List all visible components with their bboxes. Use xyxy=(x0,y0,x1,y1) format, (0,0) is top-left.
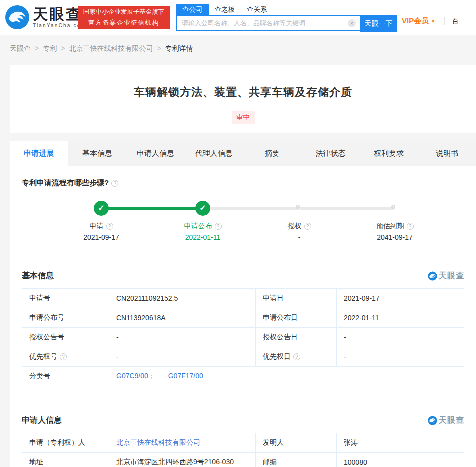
search-button[interactable]: 天眼一下 xyxy=(360,16,397,32)
classification-link[interactable]: G07F17/00 xyxy=(168,372,203,380)
patent-status-badge: 审中 xyxy=(232,111,255,124)
tianyancha-logo-icon xyxy=(5,5,30,30)
applicant-company-link[interactable]: 北京三快在线科技有限公司 xyxy=(116,438,200,446)
table-row: 地址 北京市海淀区北四环西路9号2106-030 邮编 100080 xyxy=(22,453,464,467)
field-label: 授权公告号 xyxy=(22,328,109,348)
watermark-text: 天眼查 xyxy=(439,271,464,282)
tab-legal-status[interactable]: 法律状态 xyxy=(301,142,360,166)
tab-claims[interactable]: 权利要求 xyxy=(360,142,418,166)
field-value: 2022-01-11 xyxy=(337,308,464,328)
chevron-down-icon[interactable]: ▼ xyxy=(431,19,435,24)
field-label: 分类号 xyxy=(22,367,109,386)
field-label: 申请公布日 xyxy=(256,308,337,328)
watermark-text: 天眼查 xyxy=(439,416,464,426)
timeline-step-label: 申请 ? xyxy=(56,222,146,231)
field-label: 发明人 xyxy=(256,434,337,453)
classification-link[interactable]: G07C9/00； xyxy=(116,372,155,380)
search-input[interactable] xyxy=(177,20,348,27)
breadcrumb-patent[interactable]: 专利 xyxy=(43,44,57,54)
field-value: - xyxy=(109,348,256,367)
timeline-segment-done xyxy=(101,207,203,210)
vip-membership-link[interactable]: VIP会员 xyxy=(402,16,429,26)
tab-agent-info[interactable]: 代理人信息 xyxy=(185,142,243,166)
table-row: 授权公告号 - 授权公告日 - xyxy=(22,328,464,348)
breadcrumb: 天眼查 > 专利 > 北京三快在线科技有限公司 > 专利详情 xyxy=(10,44,193,54)
timeline-step-date: 2041-09-17 xyxy=(350,234,440,242)
tianyancha-watermark-icon xyxy=(428,416,437,426)
search-tab-boss[interactable]: 查老板 xyxy=(209,4,241,16)
clear-input-icon[interactable]: × xyxy=(348,20,356,28)
basic-info-section-heading: 基本信息 天眼查 xyxy=(22,271,464,282)
timeline-step-date: - xyxy=(254,234,344,242)
timeline-step-label: 授权 ? xyxy=(254,222,344,231)
field-value: CN113920618A xyxy=(109,308,256,328)
table-row: 申请（专利权）人 北京三快在线科技有限公司 发明人 张涛 xyxy=(22,434,464,453)
help-icon[interactable]: ? xyxy=(304,223,311,230)
patent-progress-timeline: ✓ ✓ 申请 ? 申请公布 ? 授权 ? 预估到期 ? 2021-09-17 2… xyxy=(22,192,464,253)
applicant-info-table: 申请（专利权）人 北京三快在线科技有限公司 发明人 张涛 地址 北京市海淀区北四… xyxy=(22,433,464,467)
applicant-info-section-heading: 申请人信息 天眼查 xyxy=(22,416,464,426)
field-label: 申请（专利权）人 xyxy=(22,434,109,453)
field-value: 北京三快在线科技有限公司 xyxy=(109,434,256,453)
help-icon[interactable]: ? xyxy=(60,354,67,360)
tab-basic-info[interactable]: 基本信息 xyxy=(68,142,127,166)
search-tab-relation[interactable]: 查关系 xyxy=(241,4,273,16)
field-value: CN202111092152.5 xyxy=(109,289,256,308)
help-icon[interactable]: ? xyxy=(106,223,113,230)
tab-abstract[interactable]: 摘要 xyxy=(243,142,302,166)
timeline-segment-todo xyxy=(203,207,299,210)
search-box: × xyxy=(176,16,360,31)
field-label: 申请号 xyxy=(22,289,109,308)
content-card: 专利申请流程有哪些步骤? ? ✓ ✓ 申请 ? 申请公布 ? 授权 ? 预估到期… xyxy=(10,166,476,467)
gov-badge-line2: 官方备案企业征信机构 xyxy=(81,18,166,29)
section-title: 基本信息 xyxy=(22,271,54,282)
check-circle-icon: ✓ xyxy=(195,201,210,216)
search-module: 查公司 查老板 查关系 × 天眼一下 xyxy=(176,4,397,32)
breadcrumb-separator: > xyxy=(61,44,65,54)
patent-title-card: 车辆解锁方法、装置、共享车辆及存储介质 审中 xyxy=(10,65,476,133)
pending-circle-icon xyxy=(391,205,395,209)
tianyancha-watermark: 天眼查 xyxy=(428,416,464,426)
tianyancha-watermark-icon xyxy=(428,272,437,281)
header-divider xyxy=(444,18,445,26)
tianyancha-logo[interactable]: 天眼查 TianYanCha.com xyxy=(5,5,86,30)
progress-question-heading: 专利申请流程有哪些步骤? ? xyxy=(22,166,464,188)
header-nav-item-partial[interactable]: 百 xyxy=(452,17,459,26)
field-value: 2021-09-17 xyxy=(337,289,464,308)
tab-applicant-info[interactable]: 申请人信息 xyxy=(126,142,185,166)
tab-description[interactable]: 说明书 xyxy=(418,142,476,166)
breadcrumb-separator: > xyxy=(35,44,39,54)
breadcrumb-company[interactable]: 北京三快在线科技有限公司 xyxy=(69,44,153,54)
timeline-step-label: 预估到期 ? xyxy=(350,222,440,231)
search-tabs: 查公司 查老板 查关系 xyxy=(176,4,397,16)
progress-question-text: 专利申请流程有哪些步骤? xyxy=(22,178,109,188)
timeline-step-label: 申请公布 ? xyxy=(158,222,248,231)
table-row: 申请公布号 CN113920618A 申请公布日 2022-01-11 xyxy=(22,308,464,328)
timeline-segment-todo xyxy=(299,207,395,210)
table-row: 申请号 CN202111092152.5 申请日 2021-09-17 xyxy=(22,289,464,308)
help-icon[interactable]: ? xyxy=(407,223,414,230)
timeline-step-date: 2022-01-11 xyxy=(158,234,248,242)
help-icon[interactable]: ? xyxy=(111,180,118,187)
help-icon[interactable]: ? xyxy=(293,354,300,360)
field-label: 优先权日 ? xyxy=(256,348,337,367)
help-icon[interactable]: ? xyxy=(215,223,222,230)
field-label: 申请日 xyxy=(256,289,337,308)
breadcrumb-home[interactable]: 天眼查 xyxy=(10,44,31,54)
pending-circle-icon xyxy=(296,205,300,209)
field-value: G07C9/00； G07F17/00 xyxy=(109,367,464,386)
field-value: 100080 xyxy=(337,453,464,467)
field-value: - xyxy=(337,348,464,367)
tab-application-progress[interactable]: 申请进展 xyxy=(10,142,68,166)
check-circle-icon: ✓ xyxy=(94,201,109,216)
field-label: 地址 xyxy=(22,453,109,467)
search-tab-company[interactable]: 查公司 xyxy=(176,4,209,16)
gov-certification-badge: 国家中小企业发展子基金旗下 官方备案企业征信机构 xyxy=(78,6,170,29)
patent-title: 车辆解锁方法、装置、共享车辆及存储介质 xyxy=(10,85,476,100)
timeline-step-date: 2021-09-17 xyxy=(56,234,146,242)
field-label: 申请公布号 xyxy=(22,308,109,328)
tianyancha-watermark: 天眼查 xyxy=(428,271,464,282)
field-label: 授权公告日 xyxy=(256,328,337,348)
field-value: 北京市海淀区北四环西路9号2106-030 xyxy=(109,453,256,467)
table-row: 分类号 G07C9/00； G07F17/00 xyxy=(22,367,464,386)
